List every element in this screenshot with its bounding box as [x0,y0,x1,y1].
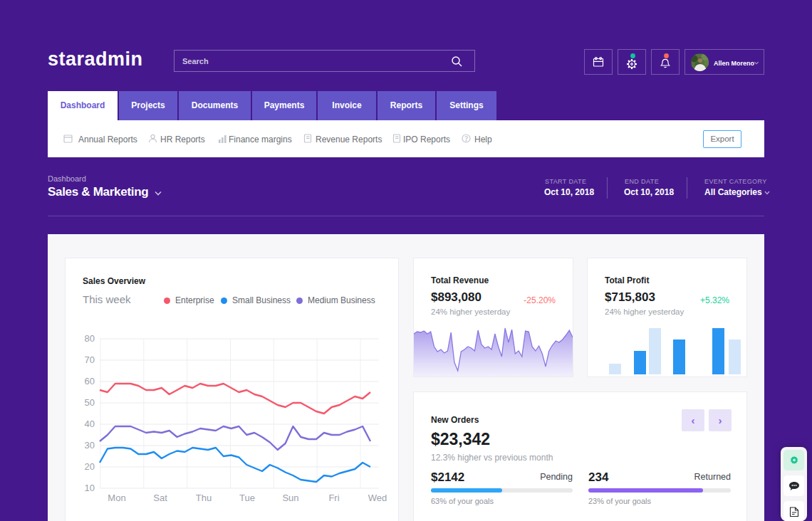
svg-text:10: 10 [85,483,95,493]
svg-text:60: 60 [85,376,95,386]
svg-text:80: 80 [85,333,95,344]
svg-text:Fri: Fri [328,493,339,503]
svg-text:Wed: Wed [368,493,387,503]
svg-text:70: 70 [85,354,95,365]
svg-text:20: 20 [85,461,95,472]
svg-text:30: 30 [85,440,95,451]
svg-text:Tue: Tue [239,493,255,503]
svg-text:Thu: Thu [196,493,212,503]
svg-text:40: 40 [85,419,95,429]
svg-text:50: 50 [85,397,95,408]
svg-text:Sun: Sun [282,493,298,503]
svg-text:Mon: Mon [108,493,125,503]
svg-text:Sat: Sat [153,493,167,503]
